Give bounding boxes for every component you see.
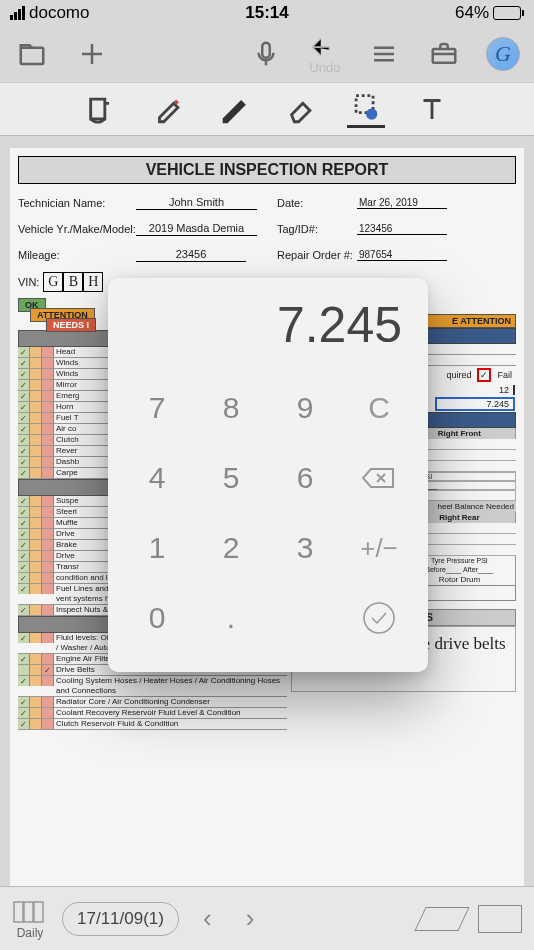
chk-ok[interactable] [18,391,30,401]
date-selector[interactable]: 17/11/09(1) [62,902,179,936]
chk-ok[interactable] [18,435,30,445]
chk-attention[interactable] [30,676,42,686]
chk-attention[interactable] [30,551,42,561]
input-technician[interactable]: John Smith [136,196,257,210]
chk-attention[interactable] [30,435,42,445]
prev-page-button[interactable]: ‹ [193,903,222,934]
chk-ok[interactable] [18,496,30,506]
chk-ok[interactable] [18,446,30,456]
chk-needs[interactable] [42,496,54,506]
key-backspace[interactable] [342,448,416,508]
chk-needs[interactable] [42,424,54,434]
input-tag[interactable]: 123456 [357,223,447,235]
chk-needs[interactable] [42,562,54,572]
key-2[interactable]: 2 [194,518,268,578]
value-line-2-selected[interactable]: 7.245 [435,397,515,411]
chk-needs[interactable] [42,708,54,718]
chk-ok[interactable] [18,468,30,478]
key-3[interactable]: 3 [268,518,342,578]
chk-needs[interactable] [42,551,54,561]
vin-cell[interactable]: H [83,272,103,292]
fail-checkbox[interactable]: ✓ [477,368,491,382]
chk-attention[interactable] [30,347,42,357]
chk-ok[interactable] [18,573,30,583]
lasso-select-tool[interactable] [347,90,385,128]
chk-attention[interactable] [30,457,42,467]
chk-ok[interactable] [18,708,30,718]
chk-needs[interactable] [42,518,54,528]
chk-attention[interactable] [30,665,42,675]
chk-ok[interactable] [18,358,30,368]
key-5[interactable]: 5 [194,448,268,508]
chk-attention[interactable] [30,358,42,368]
vin-cell[interactable]: B [63,272,83,292]
chk-needs[interactable] [42,654,54,664]
microphone-button[interactable] [248,36,284,72]
chk-needs[interactable] [42,697,54,707]
chk-needs[interactable] [42,435,54,445]
chk-attention[interactable] [30,573,42,583]
chk-ok[interactable] [18,676,30,686]
key-decimal[interactable]: . [194,588,268,648]
input-repair[interactable]: 987654 [357,249,447,261]
text-tool[interactable] [413,90,451,128]
input-mileage[interactable]: 23456 [136,248,246,262]
chk-attention[interactable] [30,605,42,615]
eraser-tool[interactable] [281,90,319,128]
input-date[interactable]: Mar 26, 2019 [357,197,447,209]
preview-tool[interactable] [83,90,121,128]
menu-button[interactable] [366,36,402,72]
chk-ok[interactable] [18,457,30,467]
chk-attention[interactable] [30,391,42,401]
chk-ok[interactable] [18,529,30,539]
chk-attention[interactable] [30,496,42,506]
chk-needs[interactable] [42,391,54,401]
chk-attention[interactable] [30,529,42,539]
add-button[interactable] [74,36,110,72]
chk-attention[interactable] [30,402,42,412]
chk-needs[interactable] [42,584,54,594]
chk-needs[interactable] [42,633,54,643]
chk-needs[interactable] [42,446,54,456]
input-vehicle[interactable]: 2019 Masda Demia [136,222,257,236]
chk-ok[interactable] [18,380,30,390]
toolbox-button[interactable] [426,36,462,72]
chk-needs[interactable] [42,358,54,368]
chk-attention[interactable] [30,540,42,550]
chk-attention[interactable] [30,424,42,434]
chk-ok[interactable] [18,424,30,434]
chk-needs[interactable] [42,540,54,550]
chk-ok[interactable] [18,551,30,561]
rectangle-button[interactable] [478,905,522,933]
chk-attention[interactable] [30,654,42,664]
chk-needs[interactable] [42,468,54,478]
chk-attention[interactable] [30,518,42,528]
chk-ok[interactable] [18,540,30,550]
chk-ok[interactable] [18,654,30,664]
chk-ok[interactable] [18,562,30,572]
chk-needs[interactable] [42,457,54,467]
key-8[interactable]: 8 [194,378,268,438]
undo-button[interactable]: Undo [308,34,342,75]
key-0[interactable]: 0 [120,588,194,648]
chk-needs[interactable] [42,413,54,423]
chk-needs[interactable] [42,605,54,615]
chk-ok[interactable] [18,402,30,412]
chk-ok[interactable] [18,633,30,643]
chk-ok[interactable] [18,369,30,379]
folder-button[interactable] [14,36,50,72]
daily-view-button[interactable]: Daily [12,898,48,940]
chk-needs[interactable] [42,507,54,517]
chk-needs[interactable] [42,665,54,675]
chk-attention[interactable] [30,507,42,517]
chk-attention[interactable] [30,562,42,572]
chk-attention[interactable] [30,708,42,718]
chk-needs[interactable] [42,369,54,379]
key-plus-minus[interactable]: +/− [342,518,416,578]
chk-ok[interactable] [18,719,30,729]
chk-ok[interactable] [18,697,30,707]
key-clear[interactable]: C [342,378,416,438]
chk-needs[interactable] [42,573,54,583]
chk-ok[interactable] [18,507,30,517]
chk-needs[interactable] [42,347,54,357]
